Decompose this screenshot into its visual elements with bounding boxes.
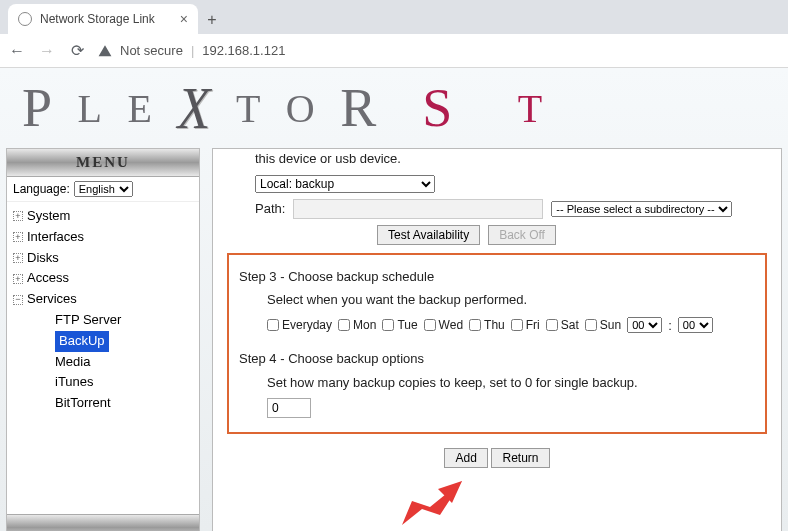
browser-tab[interactable]: Network Storage Link ×	[8, 4, 198, 34]
brand-logo: P L E X T O R S T	[0, 68, 788, 148]
minute-select[interactable]: 00	[678, 317, 713, 333]
new-tab-button[interactable]: +	[198, 6, 226, 34]
day-fri[interactable]: Fri	[511, 316, 540, 334]
back-off-button[interactable]: Back Off	[488, 225, 556, 245]
language-select[interactable]: English	[74, 181, 133, 197]
globe-icon	[18, 12, 32, 26]
day-tue[interactable]: Tue	[382, 316, 417, 334]
sidebar-item-disks[interactable]: +Disks	[11, 248, 195, 269]
sidebar-item-services[interactable]: −Services	[11, 289, 195, 310]
step4-title: Step 4 - Choose backup options	[239, 349, 755, 369]
top-text: this device or usb device.	[227, 149, 767, 169]
return-button[interactable]: Return	[491, 448, 549, 468]
sidebar-item-access[interactable]: +Access	[11, 268, 195, 289]
step3-desc: Select when you want the backup performe…	[239, 290, 755, 310]
close-icon[interactable]: ×	[180, 11, 188, 27]
sidebar: MENU Language: English +System +Interfac…	[6, 148, 200, 531]
language-label: Language:	[13, 182, 70, 196]
forward-icon[interactable]: →	[38, 42, 56, 60]
highlighted-steps: Step 3 - Choose backup schedule Select w…	[227, 253, 767, 435]
sidebar-item-itunes[interactable]: iTunes	[39, 372, 195, 393]
reload-icon[interactable]: ⟳	[68, 42, 86, 60]
day-sun[interactable]: Sun	[585, 316, 621, 334]
time-sep: :	[668, 316, 672, 336]
path-input[interactable]	[293, 199, 543, 219]
back-icon[interactable]: ←	[8, 42, 26, 60]
sidebar-item-bittorrent[interactable]: BitTorrent	[39, 393, 195, 414]
menu-header: MENU	[7, 149, 199, 177]
copies-input[interactable]	[267, 398, 311, 418]
day-mon[interactable]: Mon	[338, 316, 376, 334]
sidebar-item-ftp[interactable]: FTP Server	[39, 310, 195, 331]
sidebar-item-system[interactable]: +System	[11, 206, 195, 227]
menu-footer	[7, 514, 199, 531]
sidebar-item-interfaces[interactable]: +Interfaces	[11, 227, 195, 248]
step4-desc: Set how many backup copies to keep, set …	[239, 373, 755, 393]
language-row: Language: English	[7, 177, 199, 202]
day-selector-row: Everyday Mon Tue Wed Thu Fri Sat Sun 00 …	[239, 316, 755, 336]
subdir-select[interactable]: -- Please select a subdirectory --	[551, 201, 732, 217]
day-sat[interactable]: Sat	[546, 316, 579, 334]
not-secure-icon	[98, 44, 112, 58]
not-secure-label: Not secure	[120, 43, 183, 58]
tab-title: Network Storage Link	[40, 12, 155, 26]
add-button[interactable]: Add	[444, 448, 487, 468]
content-panel: this device or usb device. Local: backup…	[212, 148, 782, 531]
source-select[interactable]: Local: backup	[255, 175, 435, 193]
day-everyday[interactable]: Everyday	[267, 316, 332, 334]
sidebar-item-backup[interactable]: BackUp	[39, 331, 195, 352]
day-wed[interactable]: Wed	[424, 316, 463, 334]
annotation-arrow-icon	[402, 481, 462, 525]
url-text: 192.168.1.121	[202, 43, 285, 58]
path-label: Path:	[255, 199, 285, 219]
step3-title: Step 3 - Choose backup schedule	[239, 267, 755, 287]
address-bar[interactable]: Not secure | 192.168.1.121	[98, 43, 780, 58]
hour-select[interactable]: 00	[627, 317, 662, 333]
test-availability-button[interactable]: Test Availability	[377, 225, 480, 245]
sidebar-item-media[interactable]: Media	[39, 352, 195, 373]
day-thu[interactable]: Thu	[469, 316, 505, 334]
